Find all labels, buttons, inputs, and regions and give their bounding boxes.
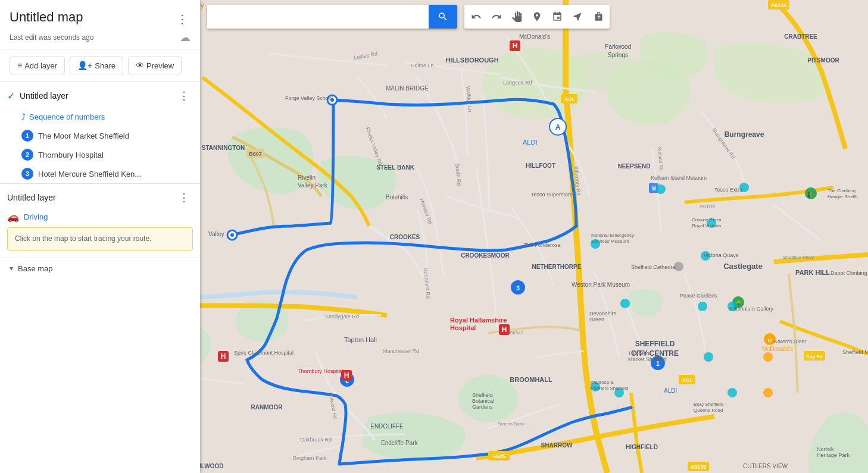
svg-point-37 <box>704 352 713 362</box>
svg-text:NEEPSEND: NEEPSEND <box>617 163 650 170</box>
svg-text:NETHERTHORPE: NETHERTHORPE <box>532 264 582 270</box>
svg-text:Oakbrook Rd: Oakbrook Rd <box>300 437 332 443</box>
svg-text:Valley Park: Valley Park <box>298 182 328 189</box>
place-item-1[interactable]: 1 The Moor Market Sheffield <box>0 126 200 145</box>
cloud-save-icon: ☁ <box>180 31 191 44</box>
svg-text:PITSMOOR: PITSMOOR <box>807 57 839 64</box>
share-button[interactable]: 👤+ Share <box>70 57 123 74</box>
svg-text:Gardens: Gardens <box>472 404 493 410</box>
svg-text:B607: B607 <box>249 151 262 157</box>
add-layer-button[interactable]: ≡ Add layer <box>10 57 65 74</box>
place-item-2[interactable]: 2 Thornbury Hospital <box>0 145 200 164</box>
svg-point-40 <box>763 352 773 362</box>
place-item-3[interactable]: 3 Hotel Mercure Sheffield Ken... <box>0 164 200 183</box>
place-name-2: Thornbury Hospital <box>38 151 104 159</box>
search-input[interactable] <box>207 5 429 29</box>
svg-point-35 <box>656 184 666 194</box>
pin-icon <box>532 11 542 22</box>
svg-text:Waitrose &: Waitrose & <box>591 380 614 385</box>
car-icon: 🚗 <box>7 211 19 223</box>
map-title: Untitled map <box>10 10 174 25</box>
svg-text:MALIN BRIDGE: MALIN BRIDGE <box>386 85 429 92</box>
map-menu-button[interactable]: ⋮ <box>174 10 191 29</box>
search-icon <box>438 11 448 22</box>
sidebar-actions: ≡ Add layer 👤+ Share 👁 Preview <box>0 49 200 82</box>
svg-text:CROOKES: CROOKES <box>390 234 420 240</box>
svg-text:Market Sheffield: Market Sheffield <box>628 356 667 362</box>
layer-1-checkbox[interactable]: ✓ <box>7 90 15 102</box>
layers-container: ✓ Untitled layer ⋮ ⤴ Sequence of numbers… <box>0 82 200 473</box>
base-map-row[interactable]: ▾ Base map <box>0 258 200 279</box>
svg-text:CROOKESMOOR: CROOKESMOOR <box>461 252 510 259</box>
svg-text:Crowne Plaza: Crowne Plaza <box>692 217 722 223</box>
svg-text:Brocco Bank: Brocco Bank <box>498 421 525 427</box>
svg-text:ALDI: ALDI <box>664 387 677 394</box>
svg-text:Peace Gardens: Peace Gardens <box>680 293 717 299</box>
svg-text:Kelham Island Museum: Kelham Island Museum <box>651 175 707 181</box>
svg-text:Langsett Rd: Langsett Rd <box>503 80 532 86</box>
sidebar-resize-handle[interactable] <box>200 0 202 473</box>
svg-text:B6547: B6547 <box>510 330 524 336</box>
svg-text:STEEL BANK: STEEL BANK <box>376 164 414 171</box>
preview-label: Preview <box>146 61 174 70</box>
layer-2-menu-button[interactable]: ⋮ <box>175 190 193 205</box>
driving-hint: Click on the map to start tracing your r… <box>7 227 193 250</box>
svg-text:B&Q Sheffield -: B&Q Sheffield - <box>694 402 726 407</box>
layer-1: ✓ Untitled layer ⋮ ⤴ Sequence of numbers… <box>0 82 200 184</box>
svg-text:Forge Valley School: Forge Valley School <box>285 95 333 101</box>
three-dots-icon: ⋮ <box>176 12 188 26</box>
map-toolbar <box>207 5 610 29</box>
svg-point-12 <box>230 233 234 237</box>
undo-icon <box>471 11 482 22</box>
place-number-3: 3 <box>21 168 33 180</box>
layer-1-menu-button[interactable]: ⋮ <box>175 88 193 104</box>
redo-button[interactable] <box>487 7 506 26</box>
pan-button[interactable] <box>507 7 526 26</box>
svg-text:City Rd: City Rd <box>806 354 823 359</box>
last-edit-text: Last edit was seconds ago <box>10 33 93 42</box>
svg-text:Services Museum: Services Museum <box>591 239 629 244</box>
svg-text:A: A <box>555 123 561 131</box>
add-marker-button[interactable] <box>527 7 547 26</box>
driving-mode: 🚗 Driving <box>0 211 200 227</box>
svg-text:Thornbury Hospital: Thornbury Hospital <box>298 368 343 374</box>
search-button[interactable] <box>429 5 457 29</box>
share-icon: 👤+ <box>77 61 92 70</box>
layer-2-title-left: Untitled layer <box>7 193 56 202</box>
svg-text:A6109: A6109 <box>700 203 715 209</box>
svg-text:BROOMHALL: BROOMHALL <box>510 376 552 383</box>
redo-icon <box>491 11 502 22</box>
svg-text:Tesco Extra: Tesco Extra <box>714 187 742 193</box>
svg-text:Sheffield Pkwy: Sheffield Pkwy <box>783 255 814 260</box>
svg-text:Victoria Quays: Victoria Quays <box>704 252 739 258</box>
svg-point-41 <box>763 388 773 397</box>
sequence-of-numbers-link[interactable]: ⤴ Sequence of numbers <box>0 109 200 126</box>
svg-text:STANNINGTON: STANNINGTON <box>202 145 245 151</box>
svg-text:🏛: 🏛 <box>651 186 657 192</box>
svg-text:ALDI: ALDI <box>523 139 537 146</box>
svg-text:HILLSBOROUGH: HILLSBOROUGH <box>445 57 498 64</box>
svg-text:Depot Climbing: Depot Climbing <box>830 270 867 276</box>
svg-text:Heritage Park: Heritage Park <box>817 452 850 458</box>
svg-text:Holme Ln: Holme Ln <box>411 62 434 68</box>
draw-route-button[interactable] <box>568 7 587 26</box>
svg-text:RANMOOR: RANMOOR <box>251 404 283 411</box>
undo-button[interactable] <box>467 7 486 26</box>
map-title-row: Untitled map ⋮ <box>10 10 191 29</box>
svg-text:McDonald's: McDonald's <box>762 346 793 352</box>
svg-text:Royal Hallamshire: Royal Hallamshire <box>450 317 507 324</box>
route-icon: ⤴ <box>21 112 26 121</box>
place-number-2: 2 <box>21 149 33 161</box>
measure-button[interactable] <box>588 7 607 26</box>
eye-icon: 👁 <box>136 61 144 70</box>
svg-text:3: 3 <box>516 284 520 292</box>
preview-button[interactable]: 👁 Preview <box>128 57 182 74</box>
hand-icon <box>511 11 522 22</box>
svg-text:H: H <box>221 352 226 361</box>
svg-point-42 <box>620 299 630 308</box>
add-layer-label: Add layer <box>24 61 57 70</box>
place-name-1: The Moor Market Sheffield <box>38 131 129 140</box>
draw-shape-button[interactable] <box>548 7 567 26</box>
layer-1-title-left: ✓ Untitled layer <box>7 90 68 102</box>
svg-text:M: M <box>767 337 772 343</box>
